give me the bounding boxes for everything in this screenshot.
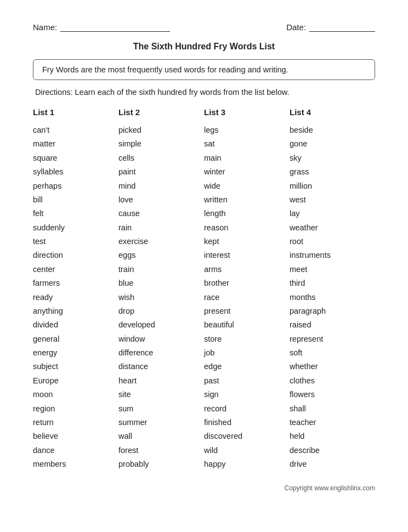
list-item: moon [33,388,113,401]
list-item: square [33,151,113,165]
list-item: reason [204,221,284,235]
list-item: anything [33,304,113,318]
list-item: energy [33,346,113,360]
list-item: arms [204,263,284,276]
list-item: store [204,332,284,346]
list-item: direction [33,248,113,262]
list-item: legs [204,123,284,137]
list-item: months [290,291,370,304]
list-item: cause [118,207,199,220]
list-header-4: List 4 [290,107,370,117]
list-item: past [204,374,284,388]
list-item: record [204,402,284,416]
list-item: felt [33,207,113,220]
list-item: happy [204,457,284,471]
list-item: train [118,263,199,276]
list-item: rain [118,221,199,235]
list-header-2: List 2 [118,107,199,117]
list-item: distance [118,360,199,373]
list-item: matter [33,137,113,151]
list-item: exercise [118,235,199,248]
list-item: root [290,235,370,248]
list-item: farmers [33,276,113,290]
list-item: general [33,332,113,346]
list-item: whether [290,360,370,373]
list-item: wish [118,291,199,304]
list-header-3: List 3 [204,107,284,117]
list-item: site [118,388,199,401]
list-item: wall [118,429,199,443]
list-item: job [204,346,284,360]
list-item: soft [290,346,370,360]
list-item: members [33,457,113,471]
list-item: probably [118,457,199,471]
list-item: sat [204,137,284,151]
list-3-words: legssatmainwinterwidewrittenlengthreason… [204,123,284,471]
list-item: Europe [33,374,113,388]
list-item: winter [204,165,284,179]
list-item: held [290,429,370,443]
list-item: sign [204,388,284,401]
list-item: paint [118,165,199,179]
list-item: lay [290,207,370,220]
list-item: region [33,402,113,416]
list-4-words: besidegoneskygrassmillionwestlayweatherr… [290,123,370,471]
list-item: eggs [118,248,199,262]
name-label: Name: [33,22,57,32]
list-2-words: pickedsimplecellspaintmindlovecauseraine… [118,123,199,471]
list-item: wild [204,444,284,457]
list-item: can't [33,123,113,137]
description-box: Fry Words are the most frequently used w… [33,59,375,80]
list-item: beautiful [204,318,284,332]
word-lists: List 1 can'tmattersquaresyllablesperhaps… [33,107,375,471]
list-header-1: List 1 [33,107,113,117]
list-item: written [204,193,284,207]
list-item: return [33,416,113,429]
list-item: represent [290,332,370,346]
list-item: finished [204,416,284,429]
date-underline [309,22,375,32]
list-item: race [204,291,284,304]
list-item: beside [290,123,370,137]
date-label: Date: [286,22,306,32]
list-item: test [33,235,113,248]
list-item: sky [290,151,370,165]
header-row: Name: Date: [33,22,375,32]
list-item: forest [118,444,199,457]
list-col-3: List 3 legssatmainwinterwidewrittenlengt… [204,107,290,471]
list-item: mind [118,179,199,193]
list-item: teacher [290,416,370,429]
list-item: summer [118,416,199,429]
list-item: clothes [290,374,370,388]
list-item: bill [33,193,113,207]
list-item: discovered [204,429,284,443]
copyright: Copyright www.englishlinx.com [33,484,375,492]
list-item: suddenly [33,221,113,235]
date-field: Date: [286,22,375,32]
list-item: subject [33,360,113,373]
list-item: grass [290,165,370,179]
list-item: picked [118,123,199,137]
list-item: syllables [33,165,113,179]
name-field: Name: [33,22,170,32]
list-item: developed [118,318,199,332]
list-item: dance [33,444,113,457]
list-item: instruments [290,248,370,262]
list-item: million [290,179,370,193]
list-item: flowers [290,388,370,401]
list-item: drop [118,304,199,318]
list-item: main [204,151,284,165]
list-item: difference [118,346,199,360]
list-item: window [118,332,199,346]
list-item: sum [118,402,199,416]
list-item: length [204,207,284,220]
list-item: kept [204,235,284,248]
list-item: divided [33,318,113,332]
list-item: heart [118,374,199,388]
page-title: The Sixth Hundred Fry Words List [33,42,375,52]
list-col-2: List 2 pickedsimplecellspaintmindlovecau… [118,107,204,471]
list-item: describe [290,444,370,457]
list-col-1: List 1 can'tmattersquaresyllablesperhaps… [33,107,118,471]
name-underline [60,22,170,32]
list-item: paragraph [290,304,370,318]
